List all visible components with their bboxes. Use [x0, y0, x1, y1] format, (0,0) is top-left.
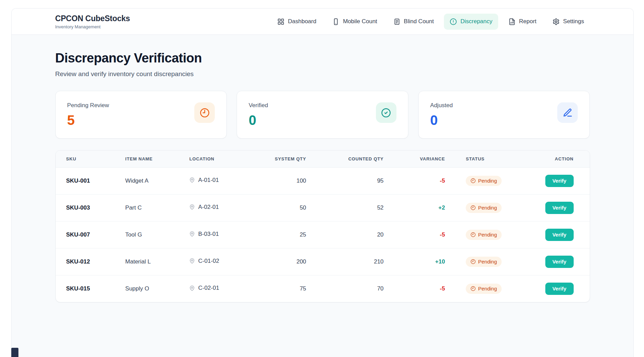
- location-cell: A-02-01: [189, 194, 245, 221]
- map-pin-icon: [189, 231, 195, 237]
- nav-item-discrepancy[interactable]: Discrepancy: [444, 14, 498, 30]
- column-header-sku: SKU: [56, 151, 125, 167]
- nav-item-label: Mobile Count: [343, 18, 377, 25]
- alert-circle-icon: [450, 18, 457, 25]
- column-header-item-name: ITEM NAME: [125, 151, 189, 167]
- variance-value: +2: [438, 204, 445, 211]
- nav-item-mobile-count[interactable]: Mobile Count: [326, 14, 383, 30]
- table-row: SKU-015Supply OC-02-017570-5PendingVerif…: [56, 275, 590, 302]
- verify-button[interactable]: Verify: [545, 229, 574, 241]
- nav-item-label: Settings: [563, 18, 584, 25]
- status-label: Pending: [478, 232, 497, 238]
- system-qty-cell: 100: [245, 167, 307, 194]
- sku-cell: SKU-015: [56, 275, 125, 302]
- system-qty-cell: 25: [245, 221, 307, 248]
- nav-item-label: Report: [519, 18, 536, 25]
- edit-pencil-icon: [557, 102, 578, 123]
- sku-cell: SKU-007: [56, 221, 125, 248]
- counted-qty-cell: 70: [307, 275, 384, 302]
- map-pin-icon: [189, 258, 195, 264]
- item-name-cell: Tool G: [125, 221, 189, 248]
- table-row: SKU-003Part CA-02-015052+2PendingVerify: [56, 194, 590, 221]
- verify-button[interactable]: Verify: [545, 175, 574, 187]
- column-header-system-qty: SYSTEM QTY: [245, 151, 307, 167]
- action-cell: Verify: [542, 248, 590, 275]
- map-pin-icon: [189, 204, 195, 210]
- nav-item-blind-count[interactable]: Blind Count: [388, 14, 440, 30]
- column-header-variance: VARIANCE: [384, 151, 445, 167]
- system-qty-cell: 200: [245, 248, 307, 275]
- variance-cell: -5: [384, 167, 445, 194]
- column-header-counted-qty: COUNTED QTY: [307, 151, 384, 167]
- stat-value: 0: [430, 113, 453, 127]
- main-content: Discrepancy Verification Review and veri…: [12, 35, 633, 302]
- status-badge: Pending: [466, 284, 502, 294]
- location-cell: B-03-01: [189, 221, 245, 248]
- table-header-row: SKUITEM NAMELOCATIONSYSTEM QTYCOUNTED QT…: [56, 151, 590, 167]
- status-label: Pending: [478, 286, 497, 291]
- status-cell: Pending: [445, 221, 542, 248]
- location-value: C-01-02: [198, 258, 219, 265]
- nav-item-report[interactable]: Report: [503, 14, 542, 30]
- clock-icon: [471, 205, 476, 210]
- status-label: Pending: [478, 178, 497, 184]
- location-cell: C-02-01: [189, 275, 245, 302]
- counted-qty-cell: 52: [307, 194, 384, 221]
- sku-cell: SKU-003: [56, 194, 125, 221]
- map-pin-icon: [189, 177, 195, 183]
- discrepancy-table: SKUITEM NAMELOCATIONSYSTEM QTYCOUNTED QT…: [56, 151, 590, 302]
- stat-label: Adjusted: [430, 102, 453, 109]
- location-cell: C-01-02: [189, 248, 245, 275]
- column-header-location: LOCATION: [189, 151, 245, 167]
- status-badge: Pending: [466, 230, 502, 240]
- action-cell: Verify: [542, 194, 590, 221]
- sku-cell: SKU-001: [56, 167, 125, 194]
- main-nav: DashboardMobile CountBlind CountDiscrepa…: [271, 14, 590, 30]
- item-name-cell: Supply O: [125, 275, 189, 302]
- app-header: CPCON CubeStocks Inventory Management Da…: [12, 9, 633, 35]
- brand-subtitle: Inventory Management: [55, 24, 130, 29]
- stat-value: 0: [249, 113, 268, 127]
- system-qty-cell: 75: [245, 275, 307, 302]
- location-value: A-01-01: [198, 177, 219, 184]
- bottom-left-fragment: [11, 348, 18, 357]
- status-label: Pending: [478, 205, 497, 211]
- smartphone-icon: [332, 18, 339, 25]
- page-title: Discrepancy Verification: [55, 51, 590, 66]
- stat-label: Verified: [249, 102, 268, 109]
- status-badge: Pending: [466, 176, 502, 186]
- variance-cell: -5: [384, 275, 445, 302]
- variance-cell: +2: [384, 194, 445, 221]
- gear-icon: [552, 18, 560, 25]
- status-cell: Pending: [445, 248, 542, 275]
- status-cell: Pending: [445, 167, 542, 194]
- location-value: C-02-01: [198, 285, 219, 291]
- variance-value: -5: [440, 177, 445, 184]
- nav-item-settings[interactable]: Settings: [547, 14, 590, 30]
- system-qty-cell: 50: [245, 194, 307, 221]
- stat-card-adjusted: Adjusted 0: [418, 91, 590, 139]
- location-value: A-02-01: [198, 204, 219, 211]
- stat-card-pending-review: Pending Review 5: [55, 91, 227, 139]
- stat-value: 5: [67, 113, 109, 127]
- verify-button[interactable]: Verify: [545, 256, 574, 268]
- counted-qty-cell: 95: [307, 167, 384, 194]
- action-cell: Verify: [542, 275, 590, 302]
- clock-icon: [471, 286, 476, 291]
- status-label: Pending: [478, 259, 497, 265]
- nav-item-label: Dashboard: [288, 18, 316, 25]
- location-value: B-03-01: [198, 231, 219, 238]
- item-name-cell: Material L: [125, 248, 189, 275]
- column-header-action: ACTION: [542, 151, 590, 167]
- app-window: CPCON CubeStocks Inventory Management Da…: [11, 8, 634, 357]
- variance-value: +10: [435, 258, 445, 265]
- stat-cards: Pending Review 5 Verified 0 Adjusted 0: [55, 91, 590, 139]
- variance-value: -5: [440, 285, 445, 292]
- stat-card-verified: Verified 0: [237, 91, 408, 139]
- status-badge: Pending: [466, 257, 502, 267]
- counted-qty-cell: 20: [307, 221, 384, 248]
- item-name-cell: Widget A: [125, 167, 189, 194]
- verify-button[interactable]: Verify: [545, 283, 574, 295]
- verify-button[interactable]: Verify: [545, 202, 574, 214]
- nav-item-dashboard[interactable]: Dashboard: [271, 14, 322, 30]
